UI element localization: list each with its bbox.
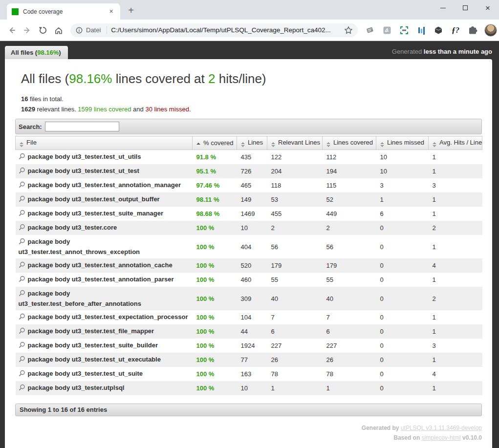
generated-timestamp: Generated less than a minute ago <box>392 48 492 59</box>
file-cell[interactable]: package body ut3_tester.test_ut_suite <box>16 367 193 381</box>
magnifier-icon <box>19 238 25 247</box>
function-extension-icon[interactable]: ƒ? <box>450 25 461 36</box>
reload-icon <box>39 26 47 35</box>
file-cell[interactable]: package body ut3_tester.test_ut_test <box>16 164 193 178</box>
file-cell[interactable]: package body ut3_tester.test_output_buff… <box>16 192 193 207</box>
forward-button[interactable] <box>21 23 34 37</box>
table-row: package body ut3_tester.test_expectation… <box>16 310 482 324</box>
file-cell[interactable]: package body ut3_tester.test_ut_executab… <box>16 353 193 367</box>
screenshot-extension-icon[interactable] <box>399 25 410 36</box>
lines-cell: 77 <box>237 353 267 367</box>
minimize-icon <box>440 8 446 8</box>
avg-hits-cell: 1 <box>429 310 482 324</box>
relevant-lines-cell: 55 <box>267 273 323 287</box>
extensions-puzzle-icon[interactable] <box>467 25 478 36</box>
search-bar: Search: <box>15 119 482 134</box>
file-cell[interactable]: package body ut3_tester.test_suite_build… <box>16 339 193 353</box>
window-minimize-button[interactable] <box>432 0 454 16</box>
relevant-lines-cell: 227 <box>267 339 323 353</box>
new-tab-button[interactable]: + <box>124 4 138 18</box>
column-header-lines[interactable]: Lines <box>237 136 267 150</box>
window-controls: × <box>432 0 499 16</box>
home-icon <box>54 26 63 35</box>
lines-covered-cell: 7 <box>323 310 376 324</box>
table-row: package body ut3_tester.test_annotation_… <box>16 258 482 273</box>
avg-hits-cell: 1 <box>429 164 482 178</box>
column-header-lines-missed[interactable]: Lines missed <box>376 136 429 150</box>
table-row: package body ut3_tester.test_before_afte… <box>16 287 482 310</box>
magnifier-icon <box>19 181 25 191</box>
relevant-lines-cell: 455 <box>267 207 323 221</box>
home-button[interactable] <box>52 23 65 37</box>
covered-percent-cell: 100 % <box>193 339 237 353</box>
avg-hits-cell: 1 <box>429 235 482 258</box>
table-header-row: File % covered Lines Relevant Lines Line… <box>16 136 482 150</box>
file-cell[interactable]: package body ut3_tester.test_ut_utils <box>16 150 193 165</box>
file-cell[interactable]: package body ut3_tester.test_expectation… <box>16 310 193 324</box>
covered-percent-cell: 98.11 % <box>193 192 237 207</box>
file-cell[interactable]: package body ut3_tester.test_before_afte… <box>16 287 193 310</box>
file-cell[interactable]: package body ut3_tester.test_annot_throw… <box>16 235 193 258</box>
favicon <box>12 8 19 15</box>
bookmark-star-icon[interactable] <box>344 26 353 35</box>
all-files-tab[interactable]: All files (98.16%) <box>5 46 68 59</box>
tab-title: Code coverage <box>23 8 107 15</box>
relevant-lines-cell: 78 <box>267 367 323 381</box>
lines-cell: 1924 <box>237 339 267 353</box>
lines-missed-cell: 1 <box>376 192 429 207</box>
cube-extension-icon[interactable] <box>433 25 444 36</box>
lines-covered-cell: 112 <box>323 150 376 165</box>
column-header-relevant-lines[interactable]: Relevant Lines <box>267 136 323 150</box>
column-header-file[interactable]: File <box>16 136 193 150</box>
relevant-lines-cell: 179 <box>267 258 323 273</box>
avg-hits-cell: 2 <box>429 287 482 310</box>
lines-missed-text: 30 lines missed. <box>145 106 191 113</box>
magnifier-icon <box>19 384 25 393</box>
search-label: Search: <box>19 123 42 130</box>
lines-missed-cell: 0 <box>376 310 429 324</box>
file-cell[interactable]: package body ut3_tester.core <box>16 221 193 235</box>
column-header-avg-hits[interactable]: Avg. Hits / Line <box>429 136 482 150</box>
profile-avatar[interactable] <box>484 24 497 37</box>
browser-tabstrip: Code coverage × + × <box>0 0 499 20</box>
column-header-covered[interactable]: % covered <box>193 136 237 150</box>
file-table-body: package body ut3_tester.test_ut_utils 91… <box>16 150 482 396</box>
file-cell[interactable]: package body ut3_tester.test_file_mapper <box>16 324 193 339</box>
address-bar[interactable]: Datei C:/Users/simon/AppData/Local/Temp/… <box>70 23 358 37</box>
pdf-extension-icon[interactable] <box>382 25 392 36</box>
generator-link[interactable]: utPLSQL v3.1.11.3469-develop <box>401 425 482 431</box>
table-row: package body ut3_tester.test_annotation_… <box>16 178 482 192</box>
url-text[interactable]: C:/Users/simon/AppData/Local/Temp/utPLSQ… <box>111 26 344 34</box>
sort-both-icon <box>326 142 330 147</box>
lines-cell: 726 <box>237 164 267 178</box>
covered-percent-cell: 100 % <box>193 381 237 395</box>
covered-percent-cell: 100 % <box>193 235 237 258</box>
simplecov-link[interactable]: simplecov-html <box>422 434 461 441</box>
avg-hits-cell: 1 <box>429 381 482 395</box>
column-header-lines-covered[interactable]: Lines covered <box>323 136 376 150</box>
reload-button[interactable] <box>36 23 50 37</box>
file-cell[interactable]: package body ut3_tester.test_annotation_… <box>16 273 193 287</box>
forward-arrow-icon <box>23 26 32 35</box>
relevant-lines-cell: 53 <box>267 192 323 207</box>
tab-close-icon[interactable]: × <box>107 7 115 16</box>
showing-entries-bar: Showing 1 to 16 of 16 entries <box>15 404 482 416</box>
reading-list-extension-icon[interactable] <box>365 25 375 36</box>
browser-tab[interactable]: Code coverage × <box>7 3 120 20</box>
table-row: package body ut3_tester.test_ut_utils 91… <box>16 150 482 165</box>
file-cell[interactable]: package body ut3_tester.test_suite_manag… <box>16 207 193 221</box>
window-maximize-button[interactable] <box>454 0 477 16</box>
lines-covered-cell: 56 <box>323 235 376 258</box>
info-icon[interactable] <box>75 26 83 34</box>
file-cell[interactable]: package body ut3_tester.test_annotation_… <box>16 178 193 192</box>
stats-bars-extension-icon[interactable] <box>416 25 427 36</box>
back-button[interactable] <box>5 23 19 37</box>
search-input[interactable] <box>45 122 119 131</box>
relevant-lines-cell: 6 <box>267 324 323 339</box>
tab-coverage-percent: 98.16% <box>37 49 59 56</box>
window-close-button[interactable]: × <box>477 0 499 16</box>
file-cell[interactable]: package body ut3_tester.utplsql <box>16 381 193 395</box>
page-title: All files (98.16% lines covered at 2 hit… <box>21 71 482 86</box>
lines-covered-cell: 449 <box>323 207 376 221</box>
file-cell[interactable]: package body ut3_tester.test_annotation_… <box>16 258 193 273</box>
